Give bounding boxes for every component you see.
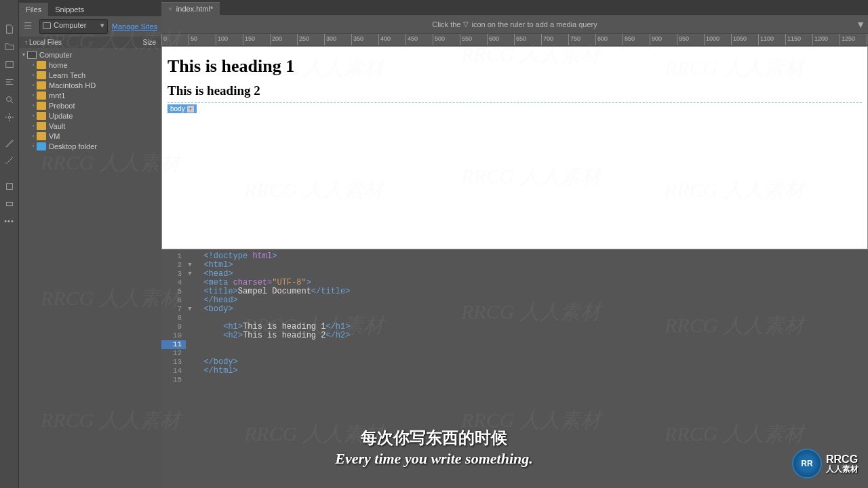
tree-root[interactable]: ▾Computer (19, 49, 161, 60)
ruler-tick: 700 (541, 34, 553, 46)
live-preview[interactable]: This is heading 1 This is heading 2 body… (161, 46, 868, 249)
doc-tab-label: index.html* (176, 5, 213, 13)
tool-more[interactable]: ••• (0, 217, 18, 225)
add-selector-icon[interactable]: + (187, 106, 194, 113)
code-line[interactable]: 10 <h2>This is heading 2</h2> (161, 331, 868, 340)
tool-folder[interactable] (0, 38, 19, 56)
tool-new-file[interactable] (0, 20, 19, 38)
tool-find[interactable] (0, 91, 19, 108)
code-line[interactable]: 12 (161, 349, 868, 358)
ruler-tick: 850 (623, 34, 635, 46)
preview-h1: This is heading 1 (167, 56, 862, 77)
ruler-tick: 300 (324, 34, 336, 46)
ruler-tick: 950 (677, 34, 689, 46)
document-tabs: × index.html* (161, 0, 868, 15)
tool-format[interactable] (0, 73, 19, 91)
body-badge-label: body (170, 105, 185, 113)
site-selector-label: Computer (54, 21, 86, 29)
tree-item[interactable]: ›Learn Tech (19, 70, 161, 80)
tree-item[interactable]: ›home (19, 60, 161, 70)
svg-rect-3 (7, 184, 13, 190)
code-line[interactable]: 15 (161, 375, 868, 384)
svg-rect-0 (6, 62, 14, 68)
code-line[interactable]: 7▼ <body> (161, 305, 868, 314)
code-line[interactable]: 6 </head> (161, 296, 868, 305)
ruler-tick: 0 (161, 34, 167, 46)
left-toolbar: ••• (0, 0, 19, 488)
hint-post: icon on the ruler to add a media query (471, 20, 597, 28)
col-size: Size (143, 39, 156, 46)
tree-item[interactable]: ›Vault (19, 121, 161, 131)
tree-root-label: Computer (39, 51, 72, 59)
ruler-marker-icon: ▽ (463, 20, 469, 28)
ruler-tick: 200 (270, 34, 282, 46)
ruler[interactable]: 0501001502002503003504004505005506006507… (161, 34, 868, 46)
tab-files[interactable]: Files (19, 3, 48, 16)
code-line[interactable]: 13 </body> (161, 358, 868, 367)
tool-collapse[interactable] (0, 195, 19, 213)
body-selector-badge[interactable]: body + (167, 104, 197, 113)
ruler-tick: 650 (514, 34, 526, 46)
hint-pre: Click the (432, 20, 460, 28)
ruler-tick: 750 (568, 34, 580, 46)
media-query-hint: Click the ▽ icon on the ruler to add a m… (161, 15, 868, 34)
ruler-tick: 800 (595, 34, 608, 46)
ruler-end-marker[interactable]: ▼ (856, 19, 865, 30)
site-selector[interactable]: Computer (39, 19, 108, 34)
files-panel: Files Snippets Computer Manage Sites ↑Lo… (19, 0, 161, 488)
code-line[interactable]: 14 </html> (161, 367, 868, 375)
ruler-tick: 1050 (731, 34, 747, 46)
ruler-tick: 100 (216, 34, 228, 46)
tree-item[interactable]: ›Preboot (19, 100, 161, 110)
col-local-files: ↑Local Files (24, 39, 62, 46)
panel-menu-icon[interactable] (23, 21, 35, 32)
tool-view[interactable] (0, 56, 19, 73)
tree-item[interactable]: ›Update (19, 110, 161, 121)
ruler-tick: 150 (243, 34, 255, 46)
ruler-tick: 250 (297, 34, 309, 46)
ruler-tick: 1100 (758, 34, 774, 46)
close-tab-icon[interactable]: × (168, 5, 172, 13)
ruler-tick: 1000 (704, 34, 719, 46)
tab-snippets[interactable]: Snippets (48, 3, 91, 16)
svg-rect-4 (7, 202, 13, 205)
tool-brush[interactable] (0, 134, 19, 152)
ruler-tick: 350 (351, 34, 363, 46)
code-line[interactable]: 2▼ <html> (161, 261, 868, 270)
ruler-tick: 50 (189, 34, 197, 46)
element-outline (167, 102, 862, 103)
code-line[interactable]: 11 (161, 340, 868, 349)
tool-wand[interactable] (0, 152, 19, 169)
tool-settings[interactable] (0, 108, 19, 126)
svg-point-1 (7, 97, 12, 102)
ruler-tick: 400 (378, 34, 391, 46)
tool-expand[interactable] (0, 178, 19, 195)
ruler-tick: 450 (406, 34, 418, 46)
code-line[interactable]: 1 <!doctype html> (161, 252, 868, 261)
ruler-tick: 1200 (812, 34, 828, 46)
ruler-tick: 900 (650, 34, 662, 46)
ruler-tick: 1250 (840, 34, 855, 46)
ruler-tick: 550 (460, 34, 472, 46)
tree-item[interactable]: ›mnt1 (19, 90, 161, 100)
doc-tab-index[interactable]: × index.html* (161, 2, 220, 15)
tree-item[interactable]: ›VM (19, 131, 161, 141)
code-line[interactable]: 5 <title>Sampel Document</title> (161, 287, 868, 296)
ruler-tick: 1150 (785, 34, 801, 46)
tree-item[interactable]: ›Desktop folder (19, 141, 161, 151)
file-tree: ▾Computer ›home›Learn Tech›Macintosh HD›… (19, 48, 161, 152)
code-editor[interactable]: 1 <!doctype html>2▼ <html>3▼ <head>4 <me… (161, 249, 868, 488)
ruler-tick: 500 (433, 34, 445, 46)
ruler-tick: 600 (487, 34, 499, 46)
svg-point-2 (8, 116, 11, 119)
preview-h2: This is heading 2 (167, 83, 862, 98)
tree-item[interactable]: ›Macintosh HD (19, 80, 161, 90)
manage-sites-link[interactable]: Manage Sites (112, 22, 157, 30)
